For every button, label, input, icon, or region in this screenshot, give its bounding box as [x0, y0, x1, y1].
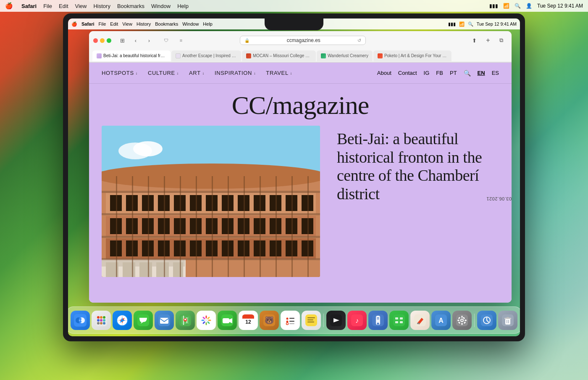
traffic-lights — [93, 38, 111, 43]
svg-point-97 — [184, 319, 186, 320]
dock-reminders[interactable] — [281, 311, 300, 330]
back-button[interactable]: ‹ — [130, 34, 142, 46]
user-icon: 👤 — [526, 3, 532, 9]
svg-rect-139 — [400, 317, 403, 319]
svg-text:12: 12 — [245, 319, 251, 325]
website-search-icon[interactable]: 🔍 — [464, 70, 471, 77]
dock-messages[interactable] — [134, 311, 153, 330]
nav-lang-es[interactable]: ES — [492, 70, 499, 76]
tab-overview-button[interactable]: ⧉ — [496, 34, 507, 46]
nav-travel[interactable]: TRAVEL ↓ — [266, 70, 292, 76]
nav-about[interactable]: About — [377, 70, 391, 76]
nav-pt[interactable]: PT — [450, 70, 457, 76]
dock-appletv[interactable] — [326, 311, 346, 330]
address-bar[interactable]: 🔒 ccmagazine.es ↺ — [240, 36, 366, 45]
dock-launchpad[interactable] — [92, 311, 111, 330]
nav-ig[interactable]: IG — [424, 70, 430, 76]
dock-accessory[interactable] — [477, 311, 496, 330]
forward-button[interactable]: › — [143, 34, 155, 46]
svg-rect-64 — [212, 176, 213, 277]
apple-logo-icon[interactable]: 🍎 — [5, 2, 13, 10]
svg-line-107 — [203, 322, 205, 323]
screen-apple-icon[interactable]: 🍎 — [71, 21, 77, 27]
svg-rect-58 — [116, 176, 117, 277]
sidebar-toggle-button[interactable]: ⊞ — [116, 34, 128, 46]
privacy-icon[interactable]: 🛡 — [160, 34, 172, 46]
search-icon[interactable]: 🔍 — [514, 3, 521, 9]
screen-search-icon[interactable]: 🔍 — [468, 21, 473, 27]
screen-menu-help[interactable]: Help — [203, 21, 213, 26]
refresh-icon[interactable]: ↺ — [357, 38, 361, 43]
battery-icon: ▮▮▮ — [489, 3, 498, 9]
nav-inspiration[interactable]: INSPIRATION ↓ — [215, 70, 256, 76]
svg-point-80 — [97, 319, 100, 322]
nav-lang-en[interactable]: EN — [478, 70, 485, 76]
menubar-bookmarks[interactable]: Bookmarks — [117, 3, 144, 9]
dock-finder[interactable] — [71, 311, 90, 330]
dock-numbers[interactable] — [389, 311, 409, 330]
dock-support[interactable] — [368, 311, 388, 330]
nav-art-arrow: ↓ — [202, 71, 205, 75]
website-nav-left: HOTSPOTS ↓ CULTURE ↓ ART ↓ INSPIRATION — [102, 70, 292, 76]
svg-rect-94 — [160, 318, 168, 324]
svg-point-85 — [103, 322, 105, 325]
screen-menu-window[interactable]: Window — [182, 21, 199, 26]
new-tab-button[interactable]: + — [482, 34, 494, 46]
nav-culture[interactable]: CULTURE ↓ — [148, 70, 179, 76]
fullscreen-button[interactable] — [107, 38, 111, 43]
menubar-view[interactable]: View — [75, 3, 87, 9]
close-button[interactable] — [93, 38, 98, 43]
screen-menu-edit[interactable]: Edit — [110, 21, 118, 26]
dock-pencil[interactable] — [410, 311, 430, 330]
dock-bear[interactable]: 🐻 — [260, 311, 279, 330]
share-button[interactable]: ⬆ — [469, 34, 480, 46]
menubar-right: ▮▮▮ 📶 🔍 👤 Tue Sep 12 9:41 AM — [489, 3, 583, 9]
svg-point-83 — [97, 322, 100, 325]
address-text[interactable]: ccmagazine.es — [252, 37, 355, 43]
safari-tab-2[interactable]: Another Escape | Inspired by nature — [171, 50, 241, 61]
macos-menubar: 🍎 Safari File Edit View History Bookmark… — [0, 0, 588, 12]
hero-image[interactable] — [102, 126, 320, 277]
screen-app-name[interactable]: Safari — [81, 21, 94, 26]
menubar-app-name[interactable]: Safari — [21, 3, 37, 9]
dock-freeform[interactable] — [302, 311, 321, 330]
nav-art[interactable]: ART ↓ — [189, 70, 205, 76]
dock-settings[interactable] — [452, 311, 472, 330]
menubar-history[interactable]: History — [93, 3, 110, 9]
dock-music[interactable]: ♪ — [347, 311, 367, 330]
screen-menu-history[interactable]: History — [136, 21, 151, 26]
screen-menu-file[interactable]: File — [99, 21, 106, 26]
dock-calendar[interactable]: 12 — [239, 311, 258, 330]
dock-photos[interactable] — [197, 311, 216, 330]
nav-fb[interactable]: FB — [436, 70, 443, 76]
menubar-file[interactable]: File — [43, 3, 52, 9]
svg-rect-113 — [242, 317, 254, 319]
tab-favicon-1 — [97, 53, 102, 58]
dock-facetime[interactable] — [218, 311, 237, 330]
datetime-display: Tue Sep 12 9:41 AM — [537, 3, 583, 9]
screen-menu-view[interactable]: View — [122, 21, 132, 26]
screen-menu-bookmarks[interactable]: Bookmarks — [155, 21, 178, 26]
nav-culture-arrow: ↓ — [177, 71, 179, 75]
dock-safari[interactable] — [113, 311, 132, 330]
safari-tab-3[interactable]: MOCAN – Missouri College & Career Attain… — [242, 50, 316, 61]
svg-rect-62 — [180, 176, 181, 277]
dock-mail[interactable] — [155, 311, 174, 330]
svg-text:A: A — [438, 317, 444, 324]
safari-tab-1[interactable]: Beti-Jai: a beautiful historical fronton… — [92, 50, 171, 61]
minimize-button[interactable] — [100, 38, 105, 43]
dock-appstore[interactable]: A — [431, 311, 451, 330]
dock-trash[interactable] — [498, 311, 517, 330]
menubar-help[interactable]: Help — [177, 3, 189, 9]
reader-icon[interactable]: ≡ — [175, 34, 187, 46]
svg-rect-119 — [289, 318, 294, 319]
safari-tab-5[interactable]: Poketo | Art & Design For Your Every Day — [373, 50, 452, 61]
menubar-edit[interactable]: Edit — [59, 3, 68, 9]
nav-hotspots[interactable]: HOTSPOTS ↓ — [102, 70, 138, 76]
safari-tab-4[interactable]: Wanderlust Creamery — [317, 50, 373, 61]
tab-favicon-4 — [321, 53, 326, 58]
menubar-window[interactable]: Window — [151, 3, 171, 9]
nav-contact[interactable]: Contact — [398, 70, 417, 76]
dock-maps[interactable] — [176, 311, 195, 330]
dock-separator-2 — [474, 314, 475, 327]
